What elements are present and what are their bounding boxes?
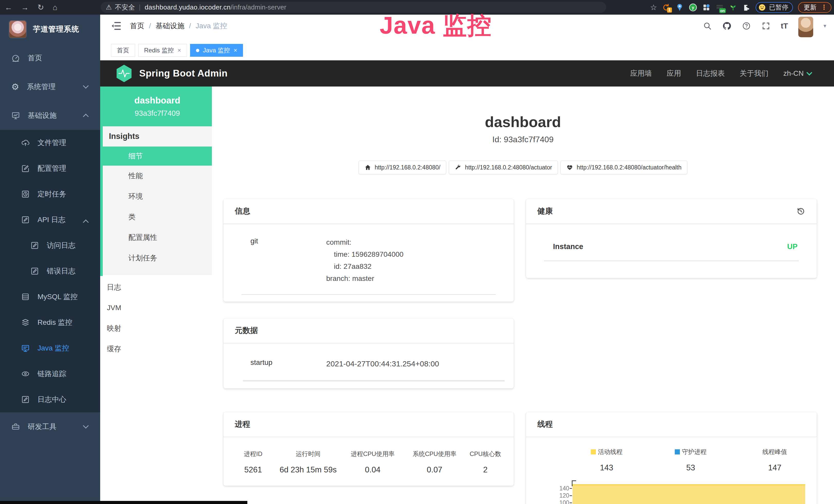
url-host: dashboard.yudao.iocoder.cn bbox=[145, 3, 231, 11]
sba-nav-journal[interactable]: 日志报表 bbox=[696, 69, 725, 78]
user-avatar[interactable] bbox=[798, 17, 813, 37]
home-icon[interactable]: ⌂ bbox=[53, 3, 57, 12]
sidebar-item-redis-monitor[interactable]: Redis 监控 bbox=[0, 310, 100, 335]
app-logo-row[interactable]: 芋道管理系统 bbox=[0, 15, 100, 44]
metadata-row-value: 2021-04-27T00:44:31.254+08:00 bbox=[326, 358, 439, 370]
window-edge bbox=[0, 501, 247, 504]
paused-extension-chip[interactable]: 已暂停 bbox=[756, 2, 793, 13]
infra-submenu: 文件管理 配置管理 定时任务 API 日志 访问日志 错误日志 bbox=[0, 130, 100, 412]
menu-item-details[interactable]: 细节 bbox=[103, 146, 212, 166]
health-url: http://192.168.0.2:48080/actuator/health bbox=[577, 164, 681, 171]
sba-nav-applications[interactable]: 应用 bbox=[667, 69, 681, 78]
browser-menu-icon[interactable]: ⋮ bbox=[821, 3, 827, 11]
locale-selector[interactable]: zh-CN bbox=[784, 69, 811, 77]
sidebar-item-label: 配置管理 bbox=[38, 164, 66, 173]
update-button[interactable]: 更新 ⋮ bbox=[798, 2, 831, 13]
status-badge: UP bbox=[787, 243, 797, 251]
sidebar-item-tracing[interactable]: 链路追踪 bbox=[0, 361, 100, 387]
card-title: 元数据 bbox=[235, 325, 258, 336]
close-icon[interactable]: × bbox=[177, 47, 181, 54]
sidebar-item-label: 研发工具 bbox=[28, 422, 57, 432]
log-icon bbox=[30, 267, 39, 275]
paused-label: 已暂停 bbox=[769, 3, 788, 12]
process-col-header: 进程CPU使用率 bbox=[341, 450, 404, 458]
tab-home[interactable]: 首页 bbox=[111, 44, 135, 57]
info-card: 信息 git commit: time: 1596289704000 id: 2… bbox=[223, 199, 514, 302]
active-dot bbox=[196, 49, 199, 52]
sidebar-item-access-logs[interactable]: 访问日志 bbox=[0, 233, 100, 258]
sidebar-item-mysql-monitor[interactable]: MySQL 监控 bbox=[0, 284, 100, 310]
sidebar-item-infra[interactable]: 基础设施 bbox=[0, 101, 100, 130]
menu-item-logging[interactable]: 日志 bbox=[100, 277, 212, 298]
sidebar-item-dev-tools[interactable]: 研发工具 bbox=[0, 412, 100, 441]
sba-nav-about[interactable]: 关于我们 bbox=[740, 69, 768, 78]
menu-item-scheduled-tasks[interactable]: 计划任务 bbox=[103, 248, 212, 268]
grid-extension-icon[interactable] bbox=[702, 3, 710, 12]
sidebar-item-system[interactable]: ⚙ 系统管理 bbox=[0, 72, 100, 101]
sidebar-item-java-monitor[interactable]: Java 监控 bbox=[0, 335, 100, 361]
sba-brand[interactable]: Spring Boot Admin bbox=[139, 68, 227, 79]
menu-item-environment[interactable]: 环境 bbox=[103, 186, 212, 207]
warning-icon: ⚠ bbox=[106, 3, 112, 11]
forward-icon[interactable]: → bbox=[21, 3, 29, 12]
process-card: 进程 进程ID5261 运行时间6d 23h 15m 59s 进程CPU使用率0… bbox=[223, 412, 514, 486]
sidebar-item-label: Redis 监控 bbox=[38, 318, 72, 327]
sprout-extension-icon[interactable] bbox=[729, 3, 737, 12]
menu-item-mappings[interactable]: 映射 bbox=[100, 318, 212, 339]
health-url-button[interactable]: http://192.168.0.2:48080/actuator/health bbox=[561, 160, 687, 174]
menu-item-config-props[interactable]: 配置属性 bbox=[103, 227, 212, 248]
history-icon[interactable] bbox=[796, 207, 806, 216]
sidebar-item-scheduled-jobs[interactable]: 定时任务 bbox=[0, 181, 100, 207]
metadata-row-label: startup bbox=[250, 358, 326, 370]
security-label[interactable]: 不安全 bbox=[115, 3, 135, 12]
menu-item-metrics[interactable]: 性能 bbox=[103, 166, 212, 186]
on-badge: on bbox=[719, 8, 726, 13]
menu-item-jvm[interactable]: JVM bbox=[100, 298, 212, 318]
collapse-sidebar-icon[interactable] bbox=[111, 21, 121, 30]
service-url-button[interactable]: http://192.168.0.2:48080/ bbox=[358, 160, 446, 174]
sidebar-item-file-manage[interactable]: 文件管理 bbox=[0, 130, 100, 156]
sidebar-item-label: 文件管理 bbox=[38, 138, 66, 147]
list-on-extension-icon[interactable]: on bbox=[716, 3, 724, 12]
refresh-extension-icon[interactable]: 1 bbox=[662, 3, 671, 12]
sidebar-item-home[interactable]: 首页 bbox=[0, 44, 100, 72]
puzzle-extension-icon[interactable] bbox=[742, 3, 750, 12]
log-icon bbox=[21, 215, 30, 224]
sba-logo-icon[interactable] bbox=[116, 65, 132, 83]
y-extension-icon[interactable]: y bbox=[689, 3, 697, 12]
monitor-icon bbox=[21, 344, 30, 352]
tab-redis-monitor[interactable]: Redis 监控 × bbox=[138, 44, 187, 57]
breadcrumb-infra[interactable]: 基础设施 bbox=[156, 21, 184, 31]
page-title: dashboard bbox=[212, 113, 834, 131]
breadcrumb-home[interactable]: 首页 bbox=[130, 21, 144, 31]
sidebar-item-api-logs[interactable]: API 日志 bbox=[0, 207, 100, 233]
bookmark-star-icon[interactable]: ☆ bbox=[650, 3, 657, 12]
address-bar[interactable]: ⚠ 不安全 dashboard.yudao.iocoder.cn /infra/… bbox=[101, 2, 606, 13]
sidebar-item-config-manage[interactable]: 配置管理 bbox=[0, 156, 100, 181]
search-icon[interactable] bbox=[703, 21, 712, 30]
actuator-url-button[interactable]: http://192.168.0.2:48080/actuator bbox=[449, 160, 558, 174]
back-icon[interactable]: ← bbox=[5, 3, 12, 12]
service-url: http://192.168.0.2:48080/ bbox=[375, 164, 440, 171]
menu-item-classes[interactable]: 类 bbox=[103, 207, 212, 227]
sidebar-item-error-logs[interactable]: 错误日志 bbox=[0, 258, 100, 284]
sba-nav-wallboard[interactable]: 应用墙 bbox=[630, 69, 652, 78]
instance-header[interactable]: dashboard 93a3fc7f7409 bbox=[103, 87, 212, 126]
instance-id: 93a3fc7f7409 bbox=[103, 109, 212, 118]
user-menu-caret-icon[interactable]: ▾ bbox=[824, 23, 826, 29]
pin-extension-icon[interactable] bbox=[676, 3, 684, 12]
annotation-java-monitor: Java 监控 bbox=[380, 9, 492, 42]
instance-sidebar: dashboard 93a3fc7f7409 Insights 细节 性能 环境… bbox=[100, 87, 212, 504]
github-icon[interactable] bbox=[722, 21, 731, 30]
sidebar-item-log-center[interactable]: 日志中心 bbox=[0, 387, 100, 412]
menu-item-caches[interactable]: 缓存 bbox=[100, 339, 212, 359]
insights-group-label: Insights bbox=[103, 126, 212, 146]
reload-icon[interactable]: ↻ bbox=[38, 3, 44, 12]
font-size-icon[interactable]: tT bbox=[781, 22, 788, 30]
eye-icon bbox=[21, 369, 30, 378]
fullscreen-icon[interactable] bbox=[761, 21, 771, 30]
close-icon[interactable]: × bbox=[234, 47, 237, 54]
help-icon[interactable] bbox=[742, 21, 751, 30]
legend-swatch-daemon bbox=[675, 449, 680, 455]
tab-java-monitor[interactable]: Java 监控 × bbox=[190, 44, 243, 57]
